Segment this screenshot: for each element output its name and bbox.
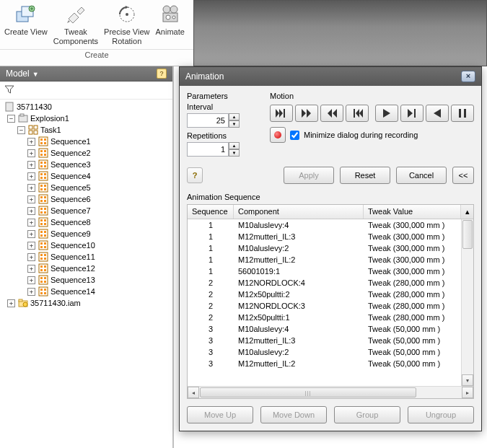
interval-input[interactable] <box>187 113 229 128</box>
expand-icon[interactable]: + <box>27 172 35 180</box>
expand-icon[interactable]: + <box>27 207 35 215</box>
table-row[interactable]: 2M12NORDLOCK:3Tweak (280,000 mm ) <box>188 300 461 312</box>
tree-sequence[interactable]: +Sequence5 <box>3 182 172 193</box>
expand-icon[interactable]: + <box>27 149 35 157</box>
svg-rect-43 <box>40 196 43 198</box>
help-icon[interactable]: ? <box>157 69 167 79</box>
repetitions-input[interactable] <box>187 142 229 157</box>
expand-icon[interactable]: + <box>7 299 15 307</box>
cancel-button[interactable]: Cancel <box>396 167 447 184</box>
animate-button[interactable]: Animate <box>152 1 187 48</box>
move-down-button[interactable]: Move Down <box>260 406 327 423</box>
repetitions-up[interactable]: ▲ <box>229 142 240 149</box>
vertical-scrollbar[interactable]: ▾ <box>461 219 473 386</box>
collapse-button[interactable]: << <box>452 167 474 184</box>
tweak-components-button[interactable]: Tweak Components <box>51 1 101 48</box>
table-row[interactable]: 156001019:1Tweak (300,000 mm ) <box>188 265 461 277</box>
col-tweak[interactable]: Tweak Value <box>364 205 461 219</box>
expand-icon[interactable]: + <box>27 219 35 227</box>
record-button[interactable] <box>270 127 286 143</box>
reset-button[interactable]: Reset <box>340 167 390 184</box>
step-forward-button[interactable] <box>400 105 424 122</box>
tree-root[interactable]: 35711430 <box>3 101 172 113</box>
tree-sequence[interactable]: +Sequence13 <box>3 274 172 286</box>
expand-icon[interactable]: + <box>27 230 35 238</box>
minimize-checkbox[interactable] <box>290 131 299 140</box>
expand-icon[interactable]: + <box>27 196 35 203</box>
expand-icon[interactable]: + <box>27 253 35 261</box>
scroll-right-button[interactable]: ▸ <box>462 387 473 398</box>
apply-button[interactable]: Apply <box>284 167 334 184</box>
tree-sequence[interactable]: +Sequence9 <box>3 228 172 240</box>
rewind-button[interactable] <box>320 105 343 122</box>
svg-rect-12 <box>20 114 24 116</box>
tree-sequence[interactable]: +Sequence4 <box>3 170 172 182</box>
interval-up[interactable]: ▲ <box>229 113 240 120</box>
table-row[interactable]: 1M10aluslevy:4Tweak (300,000 mm ) <box>188 219 461 231</box>
tree-sequence[interactable]: +Sequence12 <box>3 263 172 274</box>
table-row[interactable]: 2M12x50pultti:2Tweak (280,000 mm ) <box>188 289 461 300</box>
tree-explosion[interactable]: − Explosion1 <box>3 113 172 124</box>
table-row[interactable]: 3M10aluslevy:4Tweak (50,000 mm ) <box>188 323 461 335</box>
collapse-icon[interactable]: − <box>7 115 15 123</box>
tree-iam[interactable]: + 35711430.iam <box>3 297 172 309</box>
svg-rect-65 <box>40 246 43 248</box>
filter-button[interactable] <box>0 82 172 100</box>
horizontal-scrollbar[interactable]: ◂ ▸ <box>188 386 473 398</box>
play-reverse-button[interactable] <box>426 105 449 122</box>
table-row[interactable]: 1M10aluslevy:2Tweak (300,000 mm ) <box>188 242 461 254</box>
expand-icon[interactable]: + <box>27 276 35 284</box>
table-row[interactable]: 3M10aluslevy:2Tweak (50,000 mm ) <box>188 346 461 358</box>
tree-sequence[interactable]: +Sequence6 <box>3 193 172 205</box>
table-row[interactable]: 1M12mutteri_IL:3Tweak (300,000 mm ) <box>188 231 461 242</box>
move-up-button[interactable]: Move Up <box>187 406 253 423</box>
close-button[interactable]: × <box>461 71 475 82</box>
dialog-titlebar[interactable]: Animation × <box>180 67 481 86</box>
scrollbar-thumb[interactable] <box>200 387 416 398</box>
scrollbar-thumb[interactable] <box>462 220 473 249</box>
tree-task[interactable]: − Task1 <box>3 124 172 136</box>
tree-sequence[interactable]: +Sequence14 <box>3 286 172 297</box>
precise-rotation-button[interactable]: Precise View Rotation <box>101 1 152 48</box>
table-row[interactable]: 2M12x50pultti:1Tweak (280,000 mm ) <box>188 312 461 323</box>
ungroup-button[interactable]: Ungroup <box>408 406 474 423</box>
create-view-button[interactable]: Create View <box>1 1 51 48</box>
svg-rect-62 <box>39 241 48 250</box>
expand-icon[interactable]: + <box>27 242 35 250</box>
tree-sequence[interactable]: +Sequence2 <box>3 147 172 159</box>
tree-sequence[interactable]: +Sequence11 <box>3 251 172 263</box>
col-sequence[interactable]: Sequence <box>188 205 234 219</box>
table-row[interactable]: 3M12mutteri_IL:2Tweak (50,000 mm ) <box>188 358 461 369</box>
scroll-up-button[interactable]: ▴ <box>461 205 473 219</box>
play-button[interactable] <box>375 105 398 122</box>
tree-sequence[interactable]: +Sequence1 <box>3 136 172 147</box>
svg-rect-71 <box>44 258 46 260</box>
scroll-left-button[interactable]: ◂ <box>188 387 199 398</box>
fast-forward-button[interactable] <box>270 105 293 122</box>
table-row[interactable]: 2M12NORDLOCK:4Tweak (280,000 mm ) <box>188 277 461 289</box>
tree-sequence[interactable]: +Sequence8 <box>3 216 172 228</box>
tree-sequence[interactable]: +Sequence3 <box>3 159 172 170</box>
expand-icon[interactable]: + <box>27 161 35 169</box>
collapse-icon[interactable]: − <box>17 126 25 134</box>
svg-rect-30 <box>40 165 43 167</box>
fast-rewind-button[interactable] <box>346 105 369 122</box>
col-component[interactable]: Component <box>234 205 364 219</box>
expand-icon[interactable]: + <box>27 265 35 273</box>
scroll-down-button[interactable]: ▾ <box>462 374 473 386</box>
pause-button[interactable] <box>451 105 474 122</box>
expand-icon[interactable]: + <box>27 184 35 192</box>
tree-sequence[interactable]: +Sequence7 <box>3 205 172 216</box>
model-panel-header[interactable]: Model▼ ? <box>0 66 172 82</box>
svg-rect-56 <box>44 223 46 225</box>
tree-sequence[interactable]: +Sequence10 <box>3 240 172 251</box>
table-row[interactable]: 3M12mutteri_IL:3Tweak (50,000 mm ) <box>188 335 461 346</box>
forward-button[interactable] <box>295 105 318 122</box>
repetitions-down[interactable]: ▼ <box>229 149 240 157</box>
table-row[interactable]: 1M12mutteri_IL:2Tweak (300,000 mm ) <box>188 254 461 265</box>
dialog-help-button[interactable]: ? <box>187 167 203 183</box>
group-button[interactable]: Group <box>334 406 400 423</box>
expand-icon[interactable]: + <box>27 138 35 146</box>
expand-icon[interactable]: + <box>27 288 35 296</box>
interval-down[interactable]: ▼ <box>229 120 240 128</box>
